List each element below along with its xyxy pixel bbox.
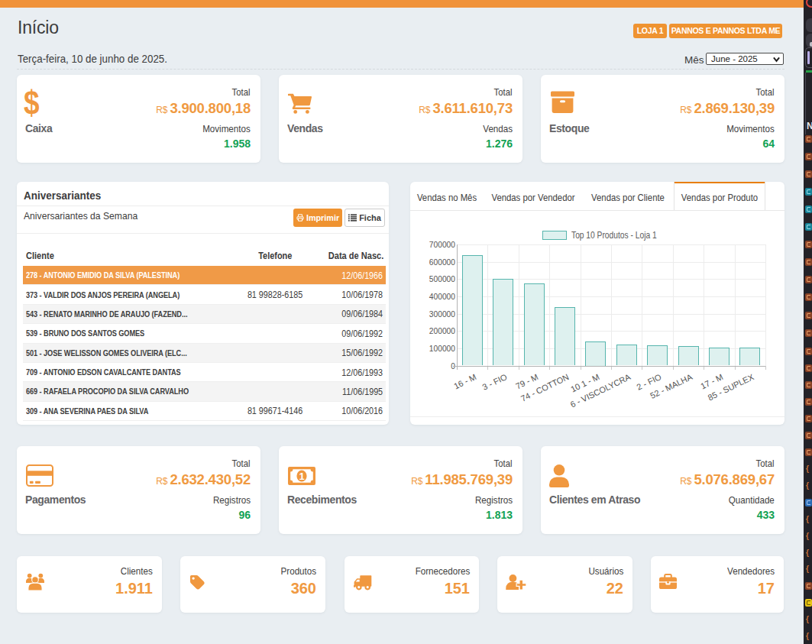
svg-text:1: 1 — [299, 471, 304, 482]
